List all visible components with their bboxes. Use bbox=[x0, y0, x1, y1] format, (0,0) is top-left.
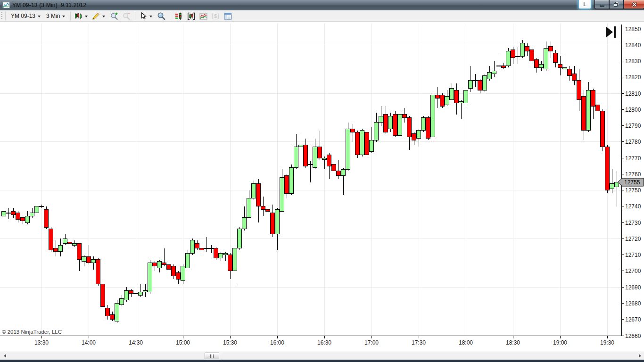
candle bbox=[285, 174, 289, 198]
candle bbox=[610, 169, 614, 193]
candle bbox=[172, 264, 176, 279]
candle bbox=[209, 245, 214, 253]
candle bbox=[440, 93, 445, 108]
scroll-left-arrow-icon[interactable] bbox=[4, 354, 6, 358]
last-price-marker: 12755 bbox=[618, 178, 644, 186]
minimize-button[interactable] bbox=[594, 0, 609, 9]
candle bbox=[351, 124, 355, 142]
instrument-dropdown-caret-icon[interactable] bbox=[38, 16, 41, 17]
time-axis-labels[interactable]: 13:3014:0014:3015:0015:3016:0016:3017:00… bbox=[34, 336, 614, 346]
candle bbox=[568, 66, 572, 81]
candle bbox=[322, 156, 327, 169]
candle bbox=[511, 47, 515, 65]
drawing-tools-pencil-icon[interactable] bbox=[91, 12, 100, 20]
candlestick-chart[interactable]: 1266012670126801269012700127101272012730… bbox=[0, 22, 644, 352]
svg-text:12760: 12760 bbox=[625, 171, 641, 178]
zoom-window-icon[interactable] bbox=[157, 12, 165, 20]
ninjatrader-chart-window: YM 09-13 (3 Min) 9.11.2012 L YM 09-13 bbox=[0, 0, 644, 362]
candle bbox=[393, 111, 397, 137]
candle bbox=[497, 56, 501, 71]
chart-trader-icon[interactable] bbox=[174, 12, 183, 20]
candle bbox=[450, 83, 454, 99]
play-to-end-icon[interactable] bbox=[606, 26, 616, 38]
data-series-icon[interactable] bbox=[187, 12, 195, 20]
title-bar: YM 09-13 (3 Min) 9.11.2012 L bbox=[0, 0, 644, 10]
candle bbox=[148, 260, 152, 294]
candle bbox=[365, 131, 369, 156]
candle bbox=[44, 206, 49, 229]
svg-text:12730: 12730 bbox=[625, 220, 641, 226]
candle bbox=[25, 211, 30, 224]
svg-text:19:00: 19:00 bbox=[553, 339, 567, 346]
toolbar-separator bbox=[135, 12, 135, 20]
restore-icon bbox=[614, 2, 619, 7]
window-bottom-border bbox=[0, 359, 644, 362]
candle bbox=[572, 66, 577, 85]
interval-dropdown-caret-icon[interactable] bbox=[62, 16, 65, 17]
candle bbox=[77, 244, 82, 271]
svg-text:17:00: 17:00 bbox=[364, 339, 379, 346]
candle bbox=[238, 227, 242, 250]
svg-text:18:30: 18:30 bbox=[506, 339, 520, 346]
svg-text:19:30: 19:30 bbox=[600, 339, 614, 346]
candle bbox=[200, 245, 204, 253]
chart-pane[interactable]: 1266012670126801269012700127101272012730… bbox=[0, 22, 644, 352]
link-button[interactable]: L bbox=[578, 0, 591, 9]
svg-text:12740: 12740 bbox=[625, 203, 641, 210]
candle bbox=[478, 79, 482, 93]
candle bbox=[68, 240, 72, 247]
candle bbox=[256, 179, 261, 223]
chart-style-icon[interactable] bbox=[74, 12, 83, 20]
interval-dropdown-label[interactable]: 3 Min bbox=[46, 13, 60, 19]
candle bbox=[176, 271, 181, 284]
candle bbox=[577, 69, 581, 111]
candle bbox=[63, 234, 67, 245]
candle bbox=[530, 48, 534, 64]
candle bbox=[280, 169, 284, 211]
candlestick-series bbox=[2, 40, 619, 323]
candle bbox=[469, 66, 473, 92]
chart-style-caret-icon[interactable] bbox=[85, 16, 88, 17]
candle bbox=[228, 253, 232, 279]
candle bbox=[157, 260, 162, 272]
candle bbox=[398, 113, 402, 137]
window-chart-icon bbox=[2, 2, 10, 8]
svg-text:14:00: 14:00 bbox=[82, 339, 96, 346]
properties-icon[interactable] bbox=[223, 12, 232, 20]
candle bbox=[426, 116, 430, 140]
horizontal-scrollbar[interactable] bbox=[0, 352, 644, 359]
candle bbox=[445, 90, 449, 106]
close-button[interactable] bbox=[624, 0, 644, 9]
zoom-in-icon[interactable] bbox=[110, 12, 118, 20]
candle bbox=[337, 160, 341, 179]
candle bbox=[289, 165, 294, 195]
scroll-right-arrow-icon[interactable] bbox=[639, 354, 641, 358]
candle bbox=[388, 113, 393, 132]
candle bbox=[275, 208, 280, 250]
drawing-tools-caret-icon[interactable] bbox=[102, 16, 105, 17]
svg-text:12720: 12720 bbox=[625, 236, 641, 242]
candle bbox=[417, 129, 421, 147]
candle bbox=[120, 295, 124, 306]
toolbar-drag-grip[interactable] bbox=[1, 12, 3, 20]
candle bbox=[271, 205, 275, 237]
toolbar-separator bbox=[70, 12, 71, 20]
candle bbox=[553, 50, 558, 68]
cursor-icon[interactable] bbox=[139, 12, 147, 20]
svg-text:12690: 12690 bbox=[625, 284, 641, 291]
candle bbox=[261, 197, 265, 216]
restore-button[interactable] bbox=[609, 0, 624, 9]
candle bbox=[162, 248, 166, 266]
zoom-out-icon bbox=[122, 12, 131, 20]
instrument-dropdown-label[interactable]: YM 09-13 bbox=[11, 13, 35, 19]
candle bbox=[11, 208, 16, 218]
cursor-caret-icon[interactable] bbox=[149, 16, 152, 17]
indicators-icon[interactable] bbox=[199, 12, 207, 20]
candle bbox=[355, 131, 360, 158]
scrollbar-grip[interactable] bbox=[205, 353, 219, 359]
candle bbox=[464, 89, 468, 107]
candle bbox=[586, 82, 591, 132]
svg-text:12770: 12770 bbox=[625, 155, 641, 162]
candle bbox=[266, 206, 270, 237]
candle bbox=[370, 127, 374, 153]
